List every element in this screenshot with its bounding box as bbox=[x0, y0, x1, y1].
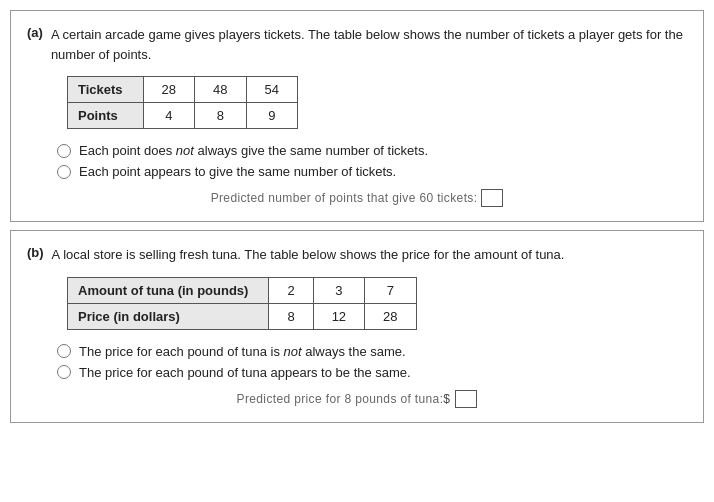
section-a-options: Each point does not always give the same… bbox=[57, 143, 687, 179]
option-b1: The price for each pound of tuna is not … bbox=[57, 344, 687, 359]
radio-a2[interactable] bbox=[57, 165, 71, 179]
section-b-options: The price for each pound of tuna is not … bbox=[57, 344, 687, 380]
table-b-row1-val2: 3 bbox=[313, 277, 364, 303]
radio-b1[interactable] bbox=[57, 344, 71, 358]
table-a-row2-val3: 9 bbox=[246, 103, 297, 129]
table-b-row2-val2: 12 bbox=[313, 303, 364, 329]
page-container: (a) A certain arcade game gives players … bbox=[0, 0, 714, 502]
option-b1-text: The price for each pound of tuna is not … bbox=[79, 344, 406, 359]
section-a-predicted-input[interactable] bbox=[481, 189, 503, 207]
table-b-row1-val3: 7 bbox=[365, 277, 416, 303]
table-b-row2-val1: 8 bbox=[269, 303, 313, 329]
predicted-dollar-wrapper: $ bbox=[443, 390, 477, 408]
section-b-description: A local store is selling fresh tuna. The… bbox=[52, 245, 565, 265]
section-b-predicted-label: Predicted price for 8 pounds of tuna: bbox=[237, 392, 444, 406]
section-a-description: A certain arcade game gives players tick… bbox=[51, 25, 687, 64]
option-a1: Each point does not always give the same… bbox=[57, 143, 687, 158]
table-a-row2-header: Points bbox=[68, 103, 144, 129]
option-b2-text: The price for each pound of tuna appears… bbox=[79, 365, 411, 380]
section-a-predicted-label: Predicted number of points that give 60 … bbox=[211, 191, 478, 205]
section-a-table: Tickets 28 48 54 Points 4 8 9 bbox=[67, 76, 298, 129]
radio-b2[interactable] bbox=[57, 365, 71, 379]
table-b-row1-header: Amount of tuna (in pounds) bbox=[68, 277, 269, 303]
section-a-predicted: Predicted number of points that give 60 … bbox=[27, 189, 687, 207]
option-a2: Each point appears to give the same numb… bbox=[57, 164, 687, 179]
table-a-row1-header: Tickets bbox=[68, 77, 144, 103]
option-a1-text: Each point does not always give the same… bbox=[79, 143, 428, 158]
option-a2-text: Each point appears to give the same numb… bbox=[79, 164, 396, 179]
table-b-row2-val3: 28 bbox=[365, 303, 416, 329]
section-a: (a) A certain arcade game gives players … bbox=[10, 10, 704, 222]
table-a-row2-val2: 8 bbox=[195, 103, 246, 129]
table-a-row1-val1: 28 bbox=[143, 77, 194, 103]
table-a-row2-val1: 4 bbox=[143, 103, 194, 129]
section-b-label: (b) bbox=[27, 245, 44, 260]
table-b-row2-header: Price (in dollars) bbox=[68, 303, 269, 329]
section-b-table: Amount of tuna (in pounds) 2 3 7 Price (… bbox=[67, 277, 417, 330]
section-b: (b) A local store is selling fresh tuna.… bbox=[10, 230, 704, 423]
section-b-predicted: Predicted price for 8 pounds of tuna: $ bbox=[27, 390, 687, 408]
table-a-row1-val2: 48 bbox=[195, 77, 246, 103]
dollar-sign: $ bbox=[443, 392, 450, 406]
section-b-header: (b) A local store is selling fresh tuna.… bbox=[27, 245, 687, 265]
section-a-label: (a) bbox=[27, 25, 43, 40]
option-b2: The price for each pound of tuna appears… bbox=[57, 365, 687, 380]
section-a-header: (a) A certain arcade game gives players … bbox=[27, 25, 687, 64]
radio-a1[interactable] bbox=[57, 144, 71, 158]
table-b-row1-val1: 2 bbox=[269, 277, 313, 303]
section-b-predicted-input[interactable] bbox=[455, 390, 477, 408]
table-a-row1-val3: 54 bbox=[246, 77, 297, 103]
